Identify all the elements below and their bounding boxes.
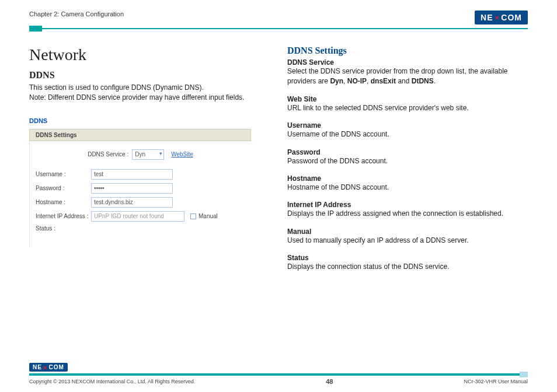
ddns-panel-title: DDNS bbox=[29, 117, 251, 124]
intro-line-1: This section is used to configure DDNS (… bbox=[29, 83, 270, 93]
ddns-settings-heading: DDNS Settings bbox=[287, 46, 528, 56]
field-ddns-service-desc: Select the DDNS service provider from th… bbox=[287, 66, 528, 87]
hostname-input[interactable]: test.dyndns.biz bbox=[91, 197, 173, 208]
svc-dyn: Dyn bbox=[330, 77, 343, 85]
ip-input[interactable]: UPnP IGD router not found bbox=[91, 211, 184, 222]
password-input[interactable]: ••••• bbox=[91, 183, 173, 194]
field-username-h: Username bbox=[287, 121, 528, 130]
svc-sep1: , bbox=[343, 77, 347, 85]
ddns-panel-bar: DDNS Settings bbox=[29, 129, 251, 141]
logo-post: COM bbox=[501, 13, 522, 22]
footer-logo-x-icon bbox=[42, 364, 49, 370]
ddns-service-label: DDNS Service : bbox=[88, 151, 128, 158]
manual-checkbox-label: Manual bbox=[199, 213, 218, 219]
hostname-label: Hostname : bbox=[36, 199, 91, 205]
svc-sep2: , bbox=[367, 77, 371, 85]
field-ip-h: Internet IP Address bbox=[287, 201, 528, 209]
svc-noip: NO-IP bbox=[347, 77, 367, 85]
svc-sep4: . bbox=[434, 77, 436, 85]
svc-dtdns: DtDNS bbox=[412, 77, 434, 85]
section-heading-ddns: DDNS bbox=[29, 70, 270, 80]
manual-checkbox[interactable] bbox=[190, 214, 196, 219]
footer-logo-pre: NE bbox=[33, 364, 42, 370]
field-website-desc: URL link to the selected DDNS service pr… bbox=[287, 103, 528, 113]
field-manual-desc: Used to manually specify an IP address o… bbox=[287, 236, 528, 246]
field-website-h: Web Site bbox=[287, 95, 528, 103]
footer-rule bbox=[29, 373, 528, 376]
field-hostname-desc: Hostname of the DDNS account. bbox=[287, 183, 528, 192]
username-label: Username : bbox=[36, 171, 91, 177]
intro-line-2: Note: Different DDNS service provider ma… bbox=[29, 93, 270, 103]
website-link[interactable]: WebSite bbox=[171, 151, 193, 158]
footer-logo: NE COM bbox=[29, 363, 528, 373]
ddns-service-select[interactable]: Dyn bbox=[132, 149, 164, 160]
svc-dnsexit: dnsExit bbox=[371, 77, 396, 85]
username-input[interactable]: test bbox=[91, 169, 173, 180]
brand-logo: NE COM bbox=[475, 10, 528, 24]
svc-sep3: and bbox=[396, 77, 412, 85]
field-status-desc: Displays the connection status of the DD… bbox=[287, 262, 528, 272]
footer-logo-post: COM bbox=[48, 364, 64, 370]
page-number: 48 bbox=[326, 378, 333, 385]
field-username-desc: Username of the DDNS account. bbox=[287, 130, 528, 139]
copyright: Copyright © 2013 NEXCOM International Co… bbox=[29, 379, 195, 384]
status-label: Status : bbox=[36, 225, 91, 232]
page-title: Network bbox=[29, 46, 270, 64]
header-rule bbox=[29, 28, 528, 29]
field-hostname-h: Hostname bbox=[287, 174, 528, 183]
manual-name: NCr-302-VHR User Manual bbox=[464, 379, 528, 384]
field-ddns-service-h: DDNS Service bbox=[287, 58, 528, 66]
password-label: Password : bbox=[36, 185, 91, 191]
ddns-panel: DDNS DDNS Settings DDNS Service : Dyn We… bbox=[29, 117, 251, 247]
ip-label: Internet IP Address : bbox=[36, 213, 91, 219]
field-ip-desc: Displays the IP address assigned when th… bbox=[287, 209, 528, 219]
field-password-desc: Password of the DDNS account. bbox=[287, 156, 528, 166]
field-manual-h: Manual bbox=[287, 228, 528, 236]
field-password-h: Password bbox=[287, 148, 528, 156]
logo-pre: NE bbox=[481, 13, 493, 22]
chapter-label: Chapter 2: Camera Configuration bbox=[29, 10, 124, 18]
logo-x-icon bbox=[493, 13, 502, 22]
field-status-h: Status bbox=[287, 254, 528, 262]
